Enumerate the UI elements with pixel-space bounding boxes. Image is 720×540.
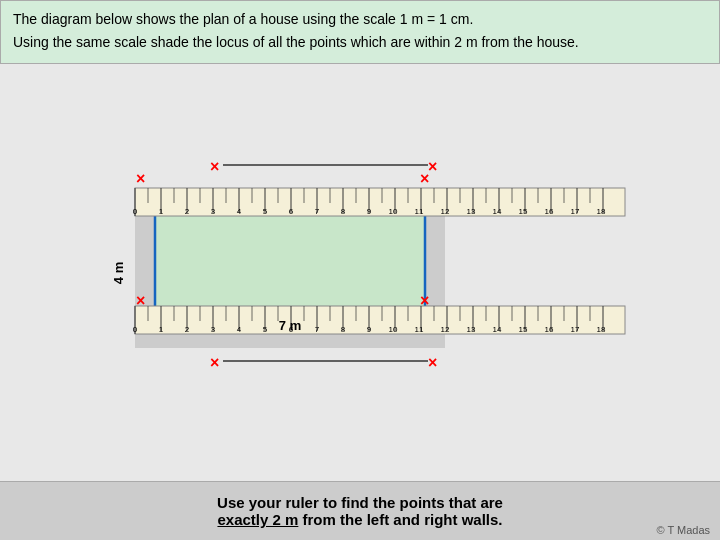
bottom-line2-rest: from the left and right walls. [298, 511, 502, 528]
svg-text:1: 1 [159, 207, 164, 216]
label-4m: 4 m [111, 261, 126, 283]
svg-text:15: 15 [519, 207, 528, 216]
svg-text:14: 14 [493, 207, 502, 216]
svg-text:18: 18 [597, 325, 606, 334]
svg-text:17: 17 [571, 207, 580, 216]
svg-text:5: 5 [263, 207, 268, 216]
svg-text:4: 4 [237, 325, 242, 334]
svg-text:0: 0 [133, 207, 138, 216]
svg-text:15: 15 [519, 325, 528, 334]
svg-text:17: 17 [571, 325, 580, 334]
bottom-text-section: Use your ruler to find the points that a… [0, 481, 720, 540]
svg-text:4: 4 [237, 207, 242, 216]
svg-text:9: 9 [367, 207, 372, 216]
bottom-right-ruler-x: × [420, 292, 429, 309]
svg-text:14: 14 [493, 325, 502, 334]
underlined-text: exactly 2 m [217, 511, 298, 528]
bottom-left-ruler-x: × [136, 292, 145, 309]
top-section: The diagram below shows the plan of a ho… [0, 0, 720, 64]
description-line2: Using the same scale shade the locus of … [13, 32, 707, 53]
copyright: © T Madas [656, 524, 710, 536]
svg-text:16: 16 [545, 325, 554, 334]
bottom-line-right-x: × [428, 354, 437, 371]
label-7m: 7 m [279, 318, 301, 333]
svg-text:5: 5 [263, 325, 268, 334]
diagram-area: // Will render via SVG inline 0 1 2 3 4 … [0, 64, 720, 481]
svg-text:18: 18 [597, 207, 606, 216]
top-line-left-x: × [210, 158, 219, 175]
svg-text:2: 2 [185, 207, 190, 216]
svg-text:3: 3 [211, 325, 216, 334]
svg-text:12: 12 [441, 207, 450, 216]
diagram-svg: // Will render via SVG inline 0 1 2 3 4 … [80, 158, 640, 388]
svg-text:13: 13 [467, 207, 476, 216]
svg-text:2: 2 [185, 325, 190, 334]
svg-text:10: 10 [389, 325, 398, 334]
svg-text:8: 8 [341, 325, 346, 334]
top-left-ruler-x: × [136, 170, 145, 187]
top-line-right-x: × [428, 158, 437, 175]
svg-text:13: 13 [467, 325, 476, 334]
description-line1: The diagram below shows the plan of a ho… [13, 9, 707, 30]
svg-text:3: 3 [211, 207, 216, 216]
svg-text:7: 7 [315, 325, 320, 334]
svg-text:10: 10 [389, 207, 398, 216]
bottom-line1: Use your ruler to find the points that a… [30, 494, 690, 511]
svg-text:8: 8 [341, 207, 346, 216]
main-container: The diagram below shows the plan of a ho… [0, 0, 720, 540]
svg-text:11: 11 [415, 207, 424, 216]
bottom-line-left-x: × [210, 354, 219, 371]
svg-text:16: 16 [545, 207, 554, 216]
svg-text:11: 11 [415, 325, 424, 334]
bottom-line2: exactly 2 m from the left and right wall… [30, 511, 690, 528]
svg-text:9: 9 [367, 325, 372, 334]
svg-text:6: 6 [289, 207, 294, 216]
svg-text:12: 12 [441, 325, 450, 334]
svg-text:1: 1 [159, 325, 164, 334]
svg-text:7: 7 [315, 207, 320, 216]
svg-text:0: 0 [133, 325, 138, 334]
